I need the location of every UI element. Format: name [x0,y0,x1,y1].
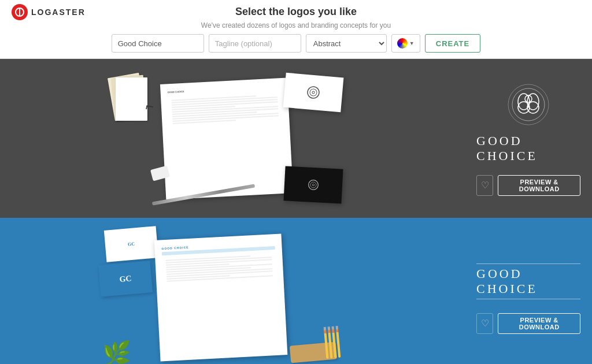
svg-point-3 [309,88,317,96]
svg-point-5 [308,180,319,190]
color-picker-button[interactable]: ▼ [391,34,420,53]
like-button-1[interactable]: ♡ [476,175,493,196]
paper-layer-white [116,77,147,121]
svg-point-4 [312,91,314,93]
brand-name-input[interactable] [112,34,204,53]
business-card-blue-dark: GC [98,261,153,297]
business-card-white [283,72,344,112]
pencil-4 [336,326,341,358]
chevron-down-icon: ▼ [409,40,415,46]
logo-name: LOGASTER [31,8,86,17]
color-circle-icon [397,38,408,49]
paper-stack [111,75,146,121]
brand-name-2: GOOD CHOICE [476,266,580,296]
card-2-right-panel: GOOD CHOICE ♡ PREVIEW & DOWNLOAD [465,218,592,364]
like-button-2[interactable]: ♡ [476,313,493,334]
logo-card-1: ⌐ GOOD CHOICE [0,59,592,218]
card-1-right-panel: GOOD CHOICE ♡ PREVIEW & DOWNLOAD [465,59,592,218]
app-header: LOGASTER Select the logos you like We've… [0,0,592,59]
svg-point-7 [312,184,314,186]
page-title: Select the logos you like [235,6,357,18]
logo-graphic-1 [505,81,552,128]
toolbar: Abstract ▼ CREATE [112,34,480,53]
logo-design-1: GOOD CHOICE [476,81,580,164]
brand-name-1: GOOD CHOICE [476,133,580,164]
card-2-mockup: GC GC GOOD CHOICE [0,218,465,364]
letter-lines [168,91,283,129]
tagline-input[interactable] [209,34,301,53]
letter-content-dark: GOOD CHOICE [160,77,290,136]
logaster-logo: LOGASTER [12,4,86,20]
mock-letter-blue: GOOD CHOICE [154,233,288,361]
deco-line-bottom [476,299,580,299]
logo-design-2: GOOD CHOICE [476,261,580,302]
style-select[interactable]: Abstract [306,34,387,53]
deco-line-top [476,263,580,264]
letter-lines-blue [162,250,276,286]
create-button[interactable]: CREATE [425,34,480,53]
pencils [324,326,341,359]
svg-point-2 [307,86,320,99]
preview-button-2[interactable]: PREVIEW & DOWNLOAD [498,313,580,334]
business-card-black [283,166,343,203]
card-2-actions: ♡ PREVIEW & DOWNLOAD [476,313,580,334]
logo-card-2: GC GC GOOD CHOICE [0,218,592,364]
plant-decoration: 🌿 [102,340,131,365]
mockup-container-dark: ⌐ GOOD CHOICE [94,64,371,214]
svg-point-6 [310,181,317,188]
page-subtitle: We've created dozens of logos and brandi… [201,21,391,29]
card-1-actions: ♡ PREVIEW & DOWNLOAD [476,175,580,196]
business-card-blue-white: GC [104,226,158,262]
card-1-mockup: ⌐ GOOD CHOICE [0,59,465,218]
mock-letter-dark: GOOD CHOICE [160,77,293,199]
preview-button-1[interactable]: PREVIEW & DOWNLOAD [498,175,580,196]
logo-icon [12,4,28,20]
mockup-container-blue: GC GC GOOD CHOICE [94,222,371,365]
